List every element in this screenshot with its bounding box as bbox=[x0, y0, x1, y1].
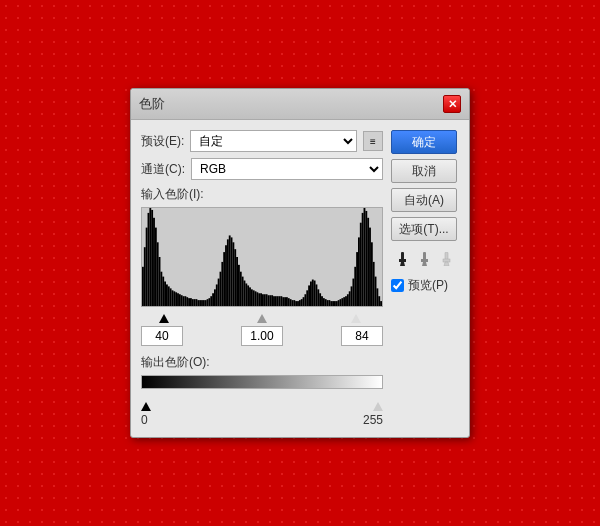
options-button[interactable]: 选项(T)... bbox=[391, 217, 457, 241]
svg-rect-55 bbox=[242, 277, 244, 306]
svg-rect-59 bbox=[249, 287, 251, 306]
svg-rect-117 bbox=[356, 252, 358, 306]
svg-rect-35 bbox=[205, 300, 207, 306]
svg-rect-32 bbox=[199, 300, 201, 306]
levels-dialog: 色阶 ✕ 预设(E): 自定 ≡ 通道(C): RGB bbox=[130, 88, 470, 438]
svg-rect-49 bbox=[231, 237, 233, 306]
svg-rect-20 bbox=[177, 293, 179, 306]
close-button[interactable]: ✕ bbox=[443, 95, 461, 113]
svg-rect-105 bbox=[334, 301, 336, 306]
svg-rect-12 bbox=[162, 277, 164, 306]
svg-rect-40 bbox=[214, 289, 216, 306]
svg-rect-76 bbox=[280, 296, 282, 306]
output-black-marker[interactable] bbox=[141, 402, 151, 411]
svg-rect-120 bbox=[362, 213, 364, 306]
svg-rect-100 bbox=[325, 299, 327, 306]
svg-rect-41 bbox=[216, 284, 218, 306]
svg-rect-93 bbox=[312, 280, 314, 306]
svg-rect-83 bbox=[293, 300, 295, 306]
svg-rect-36 bbox=[207, 299, 209, 306]
confirm-button[interactable]: 确定 bbox=[391, 130, 457, 154]
svg-rect-88 bbox=[303, 297, 305, 306]
gray-eyedropper[interactable] bbox=[416, 250, 434, 268]
auto-button[interactable]: 自动(A) bbox=[391, 188, 457, 212]
svg-rect-3 bbox=[146, 228, 148, 306]
output-slider-area bbox=[141, 393, 383, 411]
midpoint-marker[interactable] bbox=[257, 314, 267, 323]
svg-rect-25 bbox=[186, 297, 188, 306]
svg-rect-4 bbox=[148, 213, 150, 306]
input-mid-value[interactable] bbox=[241, 326, 283, 346]
svg-rect-90 bbox=[306, 290, 308, 306]
right-panel: 确定 取消 自动(A) 选项(T)... bbox=[391, 130, 459, 427]
input-white-value[interactable] bbox=[341, 326, 383, 346]
svg-rect-127 bbox=[375, 277, 377, 306]
svg-rect-119 bbox=[360, 223, 362, 306]
preview-label[interactable]: 预览(P) bbox=[408, 277, 448, 294]
svg-rect-17 bbox=[172, 290, 174, 306]
svg-rect-125 bbox=[371, 242, 373, 306]
svg-rect-22 bbox=[181, 295, 183, 306]
svg-rect-134 bbox=[423, 252, 426, 260]
cancel-button[interactable]: 取消 bbox=[391, 159, 457, 183]
svg-rect-31 bbox=[197, 300, 199, 306]
black-point-marker[interactable] bbox=[159, 314, 169, 323]
svg-rect-33 bbox=[201, 300, 203, 306]
svg-rect-85 bbox=[297, 301, 299, 306]
output-section: 输出色阶(O): 0 255 bbox=[141, 354, 383, 427]
white-eyedropper[interactable] bbox=[438, 250, 456, 268]
svg-marker-133 bbox=[400, 262, 405, 266]
svg-rect-23 bbox=[183, 296, 185, 306]
svg-rect-108 bbox=[340, 299, 342, 306]
svg-rect-116 bbox=[354, 267, 356, 306]
svg-rect-61 bbox=[253, 290, 255, 306]
preview-checkbox[interactable] bbox=[391, 279, 404, 292]
svg-rect-107 bbox=[338, 300, 340, 306]
svg-rect-45 bbox=[223, 252, 225, 306]
svg-rect-19 bbox=[175, 292, 177, 306]
input-black-value[interactable] bbox=[141, 326, 183, 346]
histogram-container bbox=[141, 207, 383, 307]
preset-select[interactable]: 自定 bbox=[190, 130, 357, 152]
preset-row: 预设(E): 自定 ≡ bbox=[141, 130, 383, 152]
input-markers bbox=[141, 311, 383, 323]
svg-rect-135 bbox=[421, 259, 428, 262]
svg-rect-60 bbox=[251, 289, 253, 306]
svg-rect-54 bbox=[240, 272, 242, 306]
svg-rect-122 bbox=[365, 211, 367, 306]
svg-rect-64 bbox=[258, 293, 260, 306]
svg-rect-67 bbox=[264, 294, 266, 306]
black-eyedropper[interactable] bbox=[394, 250, 412, 268]
svg-rect-132 bbox=[399, 259, 406, 262]
svg-rect-77 bbox=[282, 297, 284, 306]
svg-rect-50 bbox=[232, 242, 234, 306]
svg-rect-0 bbox=[142, 208, 382, 306]
svg-rect-65 bbox=[260, 293, 262, 306]
svg-rect-123 bbox=[367, 218, 369, 306]
preview-row: 预览(P) bbox=[391, 277, 459, 294]
svg-rect-26 bbox=[188, 298, 190, 306]
svg-rect-84 bbox=[295, 301, 297, 306]
menu-icon[interactable]: ≡ bbox=[363, 131, 383, 151]
white-point-marker[interactable] bbox=[351, 314, 361, 323]
output-white-marker[interactable] bbox=[373, 402, 383, 411]
svg-rect-28 bbox=[192, 299, 194, 306]
svg-rect-92 bbox=[310, 282, 312, 307]
svg-rect-78 bbox=[284, 297, 286, 306]
svg-rect-121 bbox=[364, 208, 366, 306]
svg-rect-97 bbox=[319, 293, 321, 306]
svg-rect-39 bbox=[212, 293, 214, 306]
svg-rect-112 bbox=[347, 294, 349, 306]
input-label: 输入色阶(I): bbox=[141, 186, 383, 203]
svg-rect-124 bbox=[369, 228, 371, 306]
channel-row: 通道(C): RGB bbox=[141, 158, 383, 180]
svg-rect-10 bbox=[159, 257, 161, 306]
svg-rect-7 bbox=[153, 218, 155, 306]
svg-rect-128 bbox=[376, 288, 378, 306]
svg-rect-27 bbox=[190, 298, 192, 306]
channel-select[interactable]: RGB bbox=[191, 158, 383, 180]
eyedropper-tools bbox=[391, 250, 459, 268]
svg-rect-114 bbox=[351, 286, 353, 306]
svg-rect-8 bbox=[155, 228, 157, 306]
svg-rect-110 bbox=[343, 297, 345, 306]
